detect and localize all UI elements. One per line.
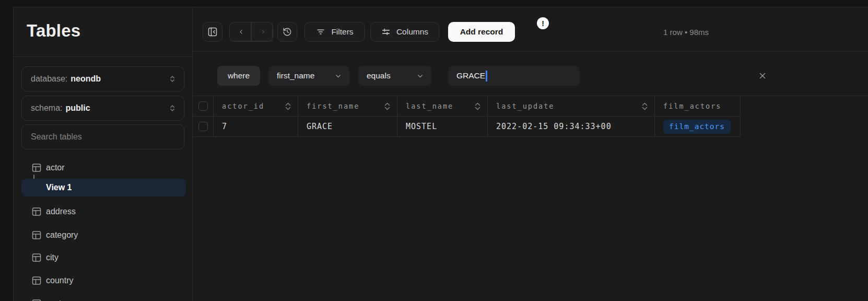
query-status: 1 row • 98ms	[663, 22, 709, 42]
table-icon	[32, 163, 41, 172]
history-button[interactable]	[277, 22, 297, 42]
column-header-label: last_name	[406, 102, 453, 110]
add-record-label: Add record	[460, 27, 503, 37]
column-settings-icon	[381, 27, 391, 37]
sidebar-item-label: View 1	[46, 183, 72, 192]
panel-collapse-icon	[208, 27, 217, 37]
filters-button-label: Filters	[331, 27, 353, 37]
filter-column-value: first_name	[277, 71, 314, 80]
sidebar-item-label: actor	[46, 163, 65, 172]
collapse-sidebar-button[interactable]	[203, 22, 222, 42]
app-window: Tables database: neondb schema: public a…	[13, 7, 868, 301]
filter-bar: where first_name equals GRACE Add a new …	[193, 52, 868, 96]
cell-first-name[interactable]: GRACE	[298, 117, 397, 137]
results-table: actor_id first_name last_name last_updat…	[193, 96, 741, 137]
table-icon	[32, 276, 41, 285]
sort-icon[interactable]	[384, 102, 391, 110]
text-caret	[486, 71, 487, 82]
table-icon	[32, 253, 41, 262]
chevron-left-icon	[238, 27, 244, 37]
select-all-checkbox[interactable]	[198, 101, 208, 111]
columns-button-label: Columns	[396, 27, 428, 37]
nav-back-button[interactable]	[230, 22, 251, 41]
column-header-actor-id[interactable]: actor_id	[214, 96, 298, 117]
column-header-last-update[interactable]: last_update	[488, 96, 655, 117]
sort-icon[interactable]	[474, 102, 481, 110]
column-header-label: film_actors	[663, 102, 721, 110]
column-header-label: actor_id	[222, 102, 264, 110]
sidebar-item-label: address	[46, 207, 76, 216]
filter-value-text: GRACE	[456, 71, 485, 80]
filters-button[interactable]: Filters	[304, 22, 365, 42]
sidebar-item-address[interactable]: address	[21, 203, 186, 221]
table-icon	[32, 207, 41, 216]
sidebar-item-city[interactable]: city	[21, 249, 186, 267]
sidebar-item-label: city	[46, 253, 58, 262]
chevron-right-icon	[260, 27, 266, 37]
sidebar-item-view-1[interactable]: View 1	[21, 179, 186, 196]
schema-select[interactable]: schema: public	[21, 96, 184, 121]
cell-actor-id[interactable]: 7	[214, 117, 298, 137]
sidebar-item-label: customer	[46, 299, 80, 301]
add-record-button[interactable]: Add record	[448, 22, 515, 42]
main-content: Filters ! Columns Add record 1 row • 98m…	[193, 7, 868, 301]
columns-button[interactable]: Columns	[370, 22, 439, 42]
schema-select-value: public	[65, 103, 90, 113]
sidebar-item-actor[interactable]: actor	[21, 159, 186, 177]
page-title: Tables	[27, 21, 80, 41]
schema-select-label: schema:	[31, 103, 62, 113]
sidebar-item-label: country	[46, 276, 73, 285]
table-icon	[32, 299, 41, 301]
sidebar-divider	[14, 56, 193, 57]
database-select-value: neondb	[71, 74, 101, 84]
filters-alert-badge: !	[537, 17, 549, 29]
remove-filter-icon[interactable]	[759, 72, 766, 79]
filter-column-select[interactable]: first_name	[268, 66, 349, 86]
search-tables-input[interactable]	[21, 124, 184, 149]
updown-chevron-icon	[168, 104, 177, 112]
updown-chevron-icon	[168, 75, 177, 83]
cell-last-update[interactable]: 2022-02-15 09:34:33+00	[488, 117, 655, 137]
sort-icon[interactable]	[285, 102, 291, 110]
cell-last-name[interactable]: MOSTEL	[397, 117, 488, 137]
history-clock-icon	[283, 27, 292, 37]
column-header-film-actors[interactable]: film_actors	[655, 96, 741, 117]
filter-lines-icon	[316, 27, 325, 37]
filter-operator-select[interactable]: equals	[358, 66, 431, 86]
filter-value-input[interactable]: GRACE	[448, 66, 580, 86]
column-header-first-name[interactable]: first_name	[298, 96, 397, 117]
table-icon	[32, 230, 41, 240]
sidebar-item-category[interactable]: category	[21, 226, 186, 244]
sidebar: Tables database: neondb schema: public a…	[14, 7, 193, 301]
chevron-down-icon	[334, 72, 342, 80]
column-header-label: first_name	[307, 102, 359, 110]
sort-icon[interactable]	[641, 102, 648, 110]
column-header-label: last_update	[496, 102, 554, 110]
nav-forward-button[interactable]	[251, 22, 273, 41]
filter-where-chip: where	[217, 66, 260, 86]
history-nav-group	[229, 22, 273, 42]
database-select[interactable]: database: neondb	[21, 66, 184, 91]
sidebar-item-country[interactable]: country	[21, 272, 186, 290]
sidebar-item-label: category	[46, 230, 78, 240]
film-actors-link[interactable]: film_actors	[663, 120, 731, 134]
select-all-checkbox-cell	[193, 96, 214, 117]
row-checkbox[interactable]	[198, 122, 208, 131]
cell-film-actors: film_actors	[655, 117, 741, 137]
toolbar: Filters ! Columns Add record 1 row • 98m…	[193, 7, 868, 52]
filter-operator-value: equals	[367, 71, 391, 80]
search-tables-field	[21, 124, 184, 149]
chevron-down-icon	[416, 72, 424, 80]
row-checkbox-cell	[193, 117, 214, 137]
database-select-label: database:	[31, 74, 67, 84]
column-header-last-name[interactable]: last_name	[397, 96, 488, 117]
sidebar-item-customer[interactable]: customer	[21, 295, 186, 301]
